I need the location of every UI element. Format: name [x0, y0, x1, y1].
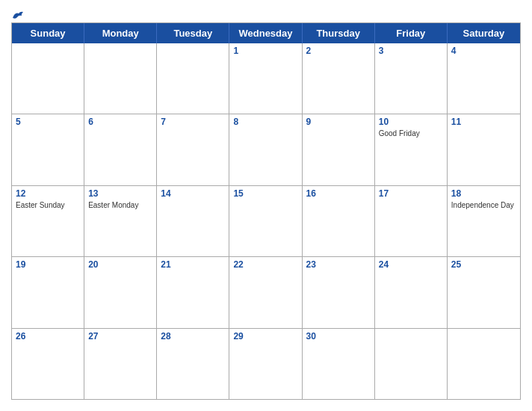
calendar-day: 26	[12, 329, 84, 399]
day-number: 26	[16, 331, 80, 342]
calendar-day: 7	[157, 114, 229, 185]
day-number: 22	[233, 259, 297, 270]
calendar-body: 12345678910Good Friday1112Easter Sunday1…	[12, 43, 520, 399]
day-number: 3	[379, 46, 443, 56]
calendar-day: 18Independence Day	[448, 186, 520, 256]
calendar-day: 4	[448, 43, 520, 114]
calendar-day: 16	[303, 186, 375, 256]
day-number: 7	[161, 117, 225, 127]
calendar-day: 17	[375, 186, 448, 256]
calendar-day: 8	[229, 114, 302, 185]
weekday-header-saturday: Saturday	[448, 23, 520, 43]
day-number: 5	[16, 117, 80, 127]
calendar-day: 19	[12, 257, 84, 327]
weekday-header-monday: Monday	[84, 23, 157, 43]
day-number: 18	[451, 188, 516, 199]
day-number: 30	[306, 331, 371, 342]
calendar-grid: SundayMondayTuesdayWednesdayThursdayFrid…	[11, 22, 521, 400]
weekday-header-tuesday: Tuesday	[157, 23, 229, 43]
day-number: 15	[233, 188, 297, 199]
calendar-day: 22	[229, 257, 302, 327]
day-number: 13	[88, 188, 152, 199]
calendar-day: 12Easter Sunday	[12, 186, 84, 256]
calendar-day: 13Easter Monday	[84, 186, 157, 256]
calendar-header	[11, 7, 521, 18]
day-number: 12	[16, 188, 80, 199]
calendar-day	[84, 43, 157, 114]
day-event: Good Friday	[379, 129, 443, 138]
day-number: 17	[379, 188, 443, 199]
calendar-week-1: 1234	[12, 43, 520, 114]
calendar-day: 15	[229, 186, 302, 256]
calendar-week-2: 5678910Good Friday11	[12, 114, 520, 185]
weekday-header-wednesday: Wednesday	[229, 23, 302, 43]
day-number: 28	[161, 331, 225, 342]
calendar-day: 28	[157, 329, 229, 399]
day-number: 4	[451, 46, 516, 56]
day-event: Easter Sunday	[16, 200, 80, 210]
calendar-week-4: 19202122232425	[12, 256, 520, 327]
calendar-day: 3	[375, 43, 448, 114]
day-number: 11	[451, 117, 516, 127]
logo-blue	[11, 10, 26, 21]
day-number: 2	[306, 46, 371, 56]
calendar-day	[12, 43, 84, 114]
calendar-day: 5	[12, 114, 84, 185]
day-number: 27	[88, 331, 152, 342]
calendar-day: 14	[157, 186, 229, 256]
day-number: 9	[306, 117, 371, 127]
day-number: 8	[233, 117, 297, 127]
calendar-day	[157, 43, 229, 114]
calendar-week-3: 12Easter Sunday13Easter Monday1415161718…	[12, 185, 520, 256]
day-number: 21	[161, 259, 225, 270]
calendar-day	[448, 329, 520, 399]
day-number: 16	[306, 188, 371, 199]
calendar-day: 20	[84, 257, 157, 327]
weekday-header-row: SundayMondayTuesdayWednesdayThursdayFrid…	[12, 23, 520, 43]
calendar-day: 1	[229, 43, 302, 114]
calendar-day: 24	[375, 257, 448, 327]
day-number: 29	[233, 331, 297, 342]
calendar-day: 9	[303, 114, 375, 185]
calendar-day: 30	[303, 329, 375, 399]
calendar-day: 10Good Friday	[375, 114, 448, 185]
day-number: 24	[379, 259, 443, 270]
weekday-header-thursday: Thursday	[303, 23, 375, 43]
calendar-day: 6	[84, 114, 157, 185]
calendar-day: 21	[157, 257, 229, 327]
day-number: 19	[16, 259, 80, 270]
day-number: 23	[306, 259, 371, 270]
calendar-day: 29	[229, 329, 302, 399]
logo-bird-icon	[11, 10, 25, 21]
day-number: 25	[451, 259, 516, 270]
day-number: 14	[161, 188, 225, 199]
calendar-week-5: 2627282930	[12, 328, 520, 399]
calendar-day: 11	[448, 114, 520, 185]
calendar-day: 23	[303, 257, 375, 327]
weekday-header-sunday: Sunday	[12, 23, 84, 43]
logo	[11, 10, 26, 21]
day-number: 10	[379, 117, 443, 127]
calendar-day: 2	[303, 43, 375, 114]
day-number: 20	[88, 259, 152, 270]
calendar-day: 27	[84, 329, 157, 399]
day-number: 1	[233, 46, 297, 56]
day-number: 6	[88, 117, 152, 127]
day-event: Independence Day	[451, 200, 516, 210]
calendar-day	[375, 329, 448, 399]
calendar-day: 25	[448, 257, 520, 327]
weekday-header-friday: Friday	[375, 23, 448, 43]
day-event: Easter Monday	[88, 200, 152, 210]
